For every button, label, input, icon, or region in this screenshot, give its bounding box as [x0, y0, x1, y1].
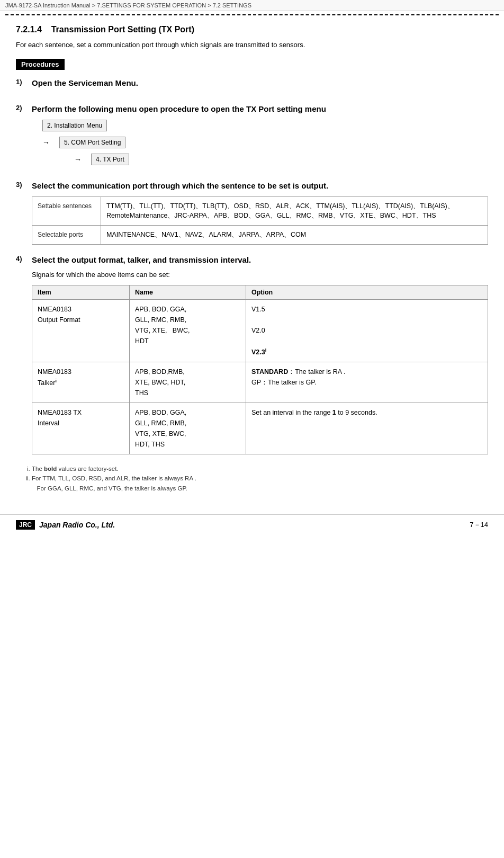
- row2-item: NMEA0183Talkerii: [32, 362, 130, 403]
- breadcrumb: JMA-9172-SA Instruction Manual > 7.SETTI…: [0, 0, 504, 11]
- settable-table: Settable sentences TTM(TT)、TLL(TT)、TTD(T…: [32, 196, 488, 245]
- table-row: NMEA0183 TXInterval APB, BOD, GGA,GLL, R…: [32, 403, 488, 454]
- row3-item: NMEA0183 TXInterval: [32, 403, 130, 454]
- menu-row-1: 2. Installation Menu: [42, 120, 488, 131]
- row2-name: APB, BOD,RMB,XTE, BWC, HDT,THS: [130, 362, 246, 403]
- jrc-badge: JRC: [16, 520, 35, 530]
- row2-option: STANDARD：The talker is RA .GP：The talker…: [246, 362, 488, 403]
- step-1-title: Open the Serviceman Menu.: [32, 77, 488, 88]
- section-title: 7.2.1.4 Transmission Port Setting (TX Po…: [16, 25, 488, 34]
- step-2: 2) Perform the following menu open proce…: [16, 103, 488, 171]
- page-number: 7－14: [470, 520, 488, 530]
- step-4: 4) Select the output format, talker, and…: [16, 254, 488, 454]
- menu-flow: 2. Installation Menu → 5. COM Port Setti…: [42, 120, 488, 165]
- table-row: NMEA0183Output Format APB, BOD, GGA,GLL,…: [32, 299, 488, 362]
- settable-header: Settable sentences: [32, 196, 101, 226]
- arrow-1: →: [42, 138, 53, 147]
- step-4-content: Select the output format, talker, and tr…: [32, 254, 488, 454]
- step-3: 3) Select the communication port through…: [16, 180, 488, 245]
- step-2-content: Perform the following menu open procedur…: [32, 103, 488, 171]
- col-header-option: Option: [246, 285, 488, 299]
- step-4-number: 4): [16, 254, 32, 263]
- table-row: Selectable ports MAINTENANCE、NAV1、NAV2、A…: [32, 226, 488, 245]
- table-header-row: Item Name Option: [32, 285, 488, 299]
- row1-option: V1.5V2.0V2.3i: [246, 299, 488, 362]
- signals-note: Signals for which the above items can be…: [32, 271, 488, 279]
- footer-logo: JRC Japan Radio Co., Ltd.: [16, 520, 115, 530]
- col-header-name: Name: [130, 285, 246, 299]
- selectable-content: MAINTENANCE、NAV1、NAV2、ALARM、JARPA、ARPA、C…: [101, 226, 488, 245]
- footer: JRC Japan Radio Co., Ltd. 7－14: [0, 514, 504, 535]
- section-intro: For each sentence, set a communication p…: [16, 40, 488, 50]
- selectable-header: Selectable ports: [32, 226, 101, 245]
- row1-item: NMEA0183Output Format: [32, 299, 130, 362]
- menu-box-installation: 2. Installation Menu: [42, 120, 107, 131]
- footnote-2: For TTM, TLL, OSD, RSD, and ALR, the tal…: [32, 473, 488, 493]
- standard-label: STANDARD: [251, 368, 288, 376]
- data-table: Item Name Option NMEA0183Output Format A…: [32, 285, 488, 454]
- v23-label: V2.3i: [251, 348, 266, 356]
- menu-row-3: → 4. TX Port: [74, 154, 488, 165]
- step-1-number: 1): [16, 77, 32, 86]
- main-content: 7.2.1.4 Transmission Port Setting (TX Po…: [0, 15, 504, 504]
- step-2-number: 2): [16, 103, 32, 112]
- row1-name: APB, BOD, GGA,GLL, RMC, RMB,VTG, XTE, BW…: [130, 299, 246, 362]
- arrow-2: →: [74, 155, 85, 164]
- step-1: 1) Open the Serviceman Menu.: [16, 77, 488, 94]
- procedures-badge: Procedures: [16, 59, 65, 70]
- settable-content: TTM(TT)、TLL(TT)、TTD(TT)、TLB(TT)、OSD、RSD、…: [101, 196, 488, 226]
- table-row: Settable sentences TTM(TT)、TLL(TT)、TTD(T…: [32, 196, 488, 226]
- menu-row-2: → 5. COM Port Setting: [42, 137, 488, 148]
- table-row: NMEA0183Talkerii APB, BOD,RMB,XTE, BWC, …: [32, 362, 488, 403]
- company-name: Japan Radio Co., Ltd.: [39, 521, 115, 529]
- step-3-content: Select the communication port through wh…: [32, 180, 488, 245]
- row3-name: APB, BOD, GGA,GLL, RMC, RMB,VTG, XTE, BW…: [130, 403, 246, 454]
- step-3-title: Select the communication port through wh…: [32, 180, 488, 191]
- col-header-item: Item: [32, 285, 130, 299]
- step-4-title: Select the output format, talker, and tr…: [32, 254, 488, 265]
- step-2-title: Perform the following menu open procedur…: [32, 103, 488, 114]
- footnotes: The bold values are factory-set. For TTM…: [21, 464, 488, 493]
- footnote-1: The bold values are factory-set.: [32, 464, 488, 473]
- step-3-number: 3): [16, 180, 32, 189]
- menu-box-tx-port: 4. TX Port: [91, 154, 129, 165]
- menu-box-com-port: 5. COM Port Setting: [59, 137, 125, 148]
- step-1-content: Open the Serviceman Menu.: [32, 77, 488, 94]
- row3-option: Set an interval in the range 1 to 9 seco…: [246, 403, 488, 454]
